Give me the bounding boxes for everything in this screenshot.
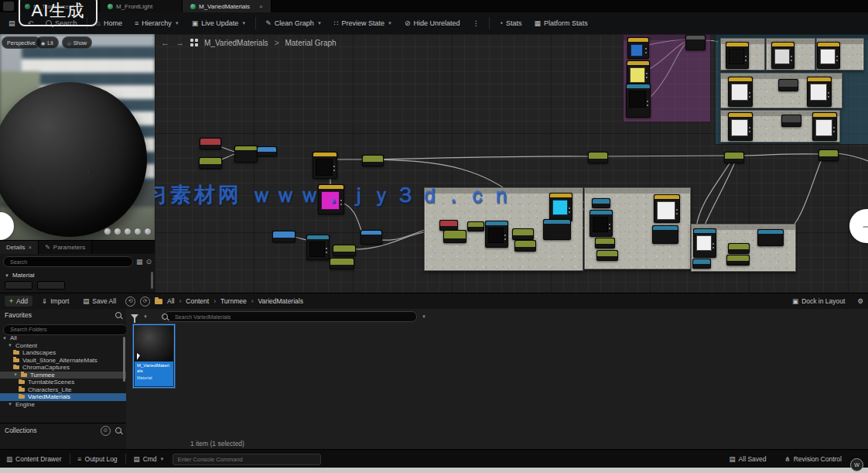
tree-item-landscapes[interactable]: Landscapes bbox=[0, 349, 126, 357]
material-node[interactable] bbox=[728, 112, 753, 141]
favorites-header[interactable]: Favorites bbox=[0, 309, 126, 320]
asset-search-input[interactable] bbox=[163, 311, 417, 322]
material-node[interactable] bbox=[771, 42, 795, 69]
path-turnmee[interactable]: Turnmee bbox=[220, 297, 247, 305]
path-variedmaterials[interactable]: VariedMaterials bbox=[258, 297, 303, 305]
material-node[interactable] bbox=[306, 235, 330, 260]
node-pins[interactable] bbox=[647, 101, 648, 102]
material-node[interactable] bbox=[757, 229, 784, 246]
node-pins[interactable] bbox=[749, 127, 750, 129]
tree-item-vault-stone-alternatemats[interactable]: Vault_Stone_AlternateMats bbox=[0, 357, 126, 365]
material-node[interactable] bbox=[595, 238, 615, 248]
material-node[interactable] bbox=[726, 42, 749, 69]
node-pins[interactable] bbox=[569, 207, 570, 209]
material-node[interactable] bbox=[549, 193, 572, 221]
material-node[interactable] bbox=[693, 228, 716, 258]
material-node[interactable] bbox=[812, 112, 837, 141]
search-icon[interactable] bbox=[115, 427, 121, 434]
tab-m-variedmaterials[interactable]: M_VariedMaterials × bbox=[183, 0, 272, 12]
live-update-button[interactable]: ▣ Live Update ▼ bbox=[186, 17, 252, 29]
collections-row[interactable]: Collections ⊙ bbox=[0, 423, 126, 437]
material-node[interactable] bbox=[627, 37, 649, 59]
material-node[interactable] bbox=[596, 250, 618, 261]
material-node[interactable] bbox=[272, 231, 296, 242]
node-pins[interactable] bbox=[676, 209, 678, 211]
keyboard-icon[interactable]: ▦ bbox=[136, 258, 143, 266]
breadcrumb-asset[interactable]: M_VariedMaterials bbox=[204, 39, 268, 47]
revision-control-button[interactable]: ⋔ Revision Control bbox=[781, 454, 847, 464]
path-content[interactable]: Content bbox=[186, 297, 209, 305]
material-node[interactable] bbox=[439, 220, 458, 231]
viewport-option-button[interactable] bbox=[104, 228, 111, 235]
node-pins[interactable] bbox=[749, 92, 750, 94]
tree-scrollbar[interactable] bbox=[123, 337, 125, 382]
close-icon[interactable]: × bbox=[28, 244, 32, 251]
twisty-icon[interactable]: ▼ bbox=[13, 372, 18, 377]
material-node[interactable] bbox=[654, 194, 680, 223]
search-icon[interactable] bbox=[115, 312, 121, 318]
tree-item-turntablescenes[interactable]: TurntableScenes bbox=[0, 379, 126, 386]
content-drawer-button[interactable]: ▥ Content Drawer bbox=[2, 454, 67, 464]
material-node[interactable] bbox=[467, 221, 484, 231]
node-pins[interactable] bbox=[791, 56, 792, 57]
twisty-icon[interactable]: ▼ bbox=[2, 336, 7, 341]
material-node[interactable] bbox=[589, 210, 613, 237]
material-node[interactable] bbox=[592, 198, 610, 208]
material-node[interactable] bbox=[726, 255, 750, 266]
material-node[interactable] bbox=[512, 228, 534, 240]
node-pins[interactable] bbox=[833, 127, 835, 129]
add-collection-icon[interactable]: ⊙ bbox=[101, 426, 111, 436]
details-field[interactable] bbox=[5, 281, 32, 290]
viewport-show-pill[interactable]: ◇ Show bbox=[62, 36, 92, 49]
node-pins[interactable] bbox=[646, 73, 648, 74]
filter-icon[interactable] bbox=[131, 314, 138, 319]
material-node[interactable] bbox=[724, 152, 744, 163]
all-saved-indicator[interactable]: ▤ All Saved bbox=[725, 454, 771, 464]
material-node[interactable] bbox=[728, 77, 753, 107]
chevron-down-icon[interactable]: ▼ bbox=[143, 314, 148, 319]
path-all[interactable]: All bbox=[167, 297, 174, 305]
tree-item-chromacaptures[interactable]: ChromaCaptures bbox=[0, 364, 126, 372]
tab-parameters[interactable]: ✎ Parameters bbox=[39, 241, 92, 254]
cmd-dropdown[interactable]: ▤ Cmd ▼ bbox=[129, 454, 169, 464]
history-back-button[interactable]: ⟲ bbox=[125, 296, 135, 307]
twisty-icon[interactable]: ▼ bbox=[8, 402, 12, 406]
material-node[interactable] bbox=[199, 157, 222, 169]
material-node[interactable] bbox=[330, 258, 354, 269]
tab-m-frontlight[interactable]: M_FrontLight bbox=[100, 0, 183, 12]
material-node[interactable] bbox=[234, 146, 258, 163]
material-node[interactable] bbox=[781, 115, 801, 127]
folder-search-input[interactable] bbox=[3, 324, 128, 335]
tree-item-characters-lite[interactable]: Characters_Lite bbox=[0, 386, 126, 394]
viewport-option-button[interactable] bbox=[114, 228, 121, 235]
material-node[interactable] bbox=[543, 219, 571, 240]
material-node[interactable] bbox=[443, 230, 466, 243]
node-pins[interactable] bbox=[609, 224, 610, 225]
material-node[interactable] bbox=[818, 149, 839, 161]
material-node[interactable] bbox=[362, 155, 384, 166]
twisty-icon[interactable]: ▼ bbox=[8, 343, 12, 348]
save-all-button[interactable]: ▤ Save All bbox=[78, 296, 121, 307]
material-node[interactable] bbox=[514, 240, 536, 252]
kebab-menu-button[interactable]: ⋮ bbox=[467, 17, 485, 29]
tree-item-content[interactable]: ▼Content bbox=[0, 342, 126, 350]
material-node[interactable] bbox=[313, 152, 337, 179]
material-graph-canvas[interactable]: ← → M_VariedMaterials > Material Graph 技… bbox=[155, 34, 868, 293]
viewport-option-button[interactable] bbox=[144, 228, 152, 235]
node-pins[interactable] bbox=[326, 248, 327, 249]
details-section-material[interactable]: ▼ Material bbox=[0, 269, 155, 281]
node-pins[interactable] bbox=[836, 56, 838, 57]
close-icon[interactable]: × bbox=[253, 3, 263, 10]
dock-in-layout-button[interactable]: ▣ Dock in Layout bbox=[788, 296, 849, 307]
details-search-input[interactable] bbox=[3, 256, 133, 267]
back-arrow-icon[interactable]: ← bbox=[161, 38, 169, 47]
material-node[interactable] bbox=[652, 225, 678, 244]
stats-button[interactable]: ◔ Stats bbox=[494, 17, 528, 29]
viewport-perspective-pill[interactable]: Perspective bbox=[2, 36, 41, 49]
history-forward-button[interactable]: ⟳ bbox=[140, 296, 150, 307]
import-button[interactable]: ⇓ Import bbox=[37, 296, 73, 307]
material-node[interactable] bbox=[692, 259, 711, 269]
tree-item-engine[interactable]: ▼Engine bbox=[0, 401, 126, 409]
add-button[interactable]: + Add bbox=[5, 296, 32, 307]
tree-item-variedmaterials[interactable]: VariedMaterials bbox=[0, 393, 126, 401]
